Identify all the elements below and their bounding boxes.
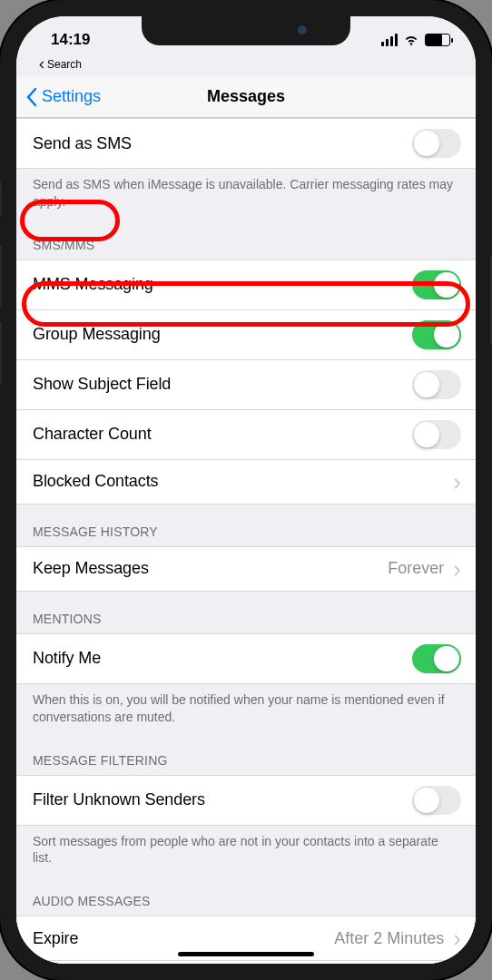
send-as-sms-label: Send as SMS	[33, 134, 132, 153]
back-button[interactable]: Settings	[25, 87, 101, 107]
audio-messages-header: AUDIO MESSAGES	[16, 874, 476, 916]
wifi-icon	[403, 34, 419, 46]
chevron-right-icon: ›	[453, 557, 461, 581]
breadcrumb-label: Search	[47, 58, 82, 71]
notch	[142, 16, 350, 45]
show-subject-toggle[interactable]	[412, 370, 461, 399]
page-title: Messages	[207, 87, 285, 106]
mms-messaging-row[interactable]: MMS Messaging	[16, 260, 476, 310]
chevron-left-icon	[38, 61, 45, 69]
sms-mms-header: SMS/MMS	[16, 218, 476, 260]
message-history-header: MESSAGE HISTORY	[16, 505, 476, 546]
nav-bar: Settings Messages	[16, 76, 476, 118]
back-label: Settings	[42, 87, 101, 106]
character-count-toggle[interactable]	[412, 420, 461, 449]
chevron-left-icon	[25, 87, 38, 107]
chevron-right-icon: ›	[453, 926, 461, 950]
home-indicator[interactable]	[178, 952, 314, 956]
notify-footer: When this is on, you will be notified wh…	[16, 684, 476, 733]
blocked-contacts-row[interactable]: Blocked Contacts ›	[16, 460, 476, 505]
blocked-contacts-label: Blocked Contacts	[33, 472, 158, 491]
filter-unknown-toggle[interactable]	[412, 786, 461, 815]
send-as-sms-row[interactable]: Send as SMS	[16, 118, 476, 169]
settings-content[interactable]: Send as SMS Send as SMS when iMessage is…	[16, 118, 476, 964]
group-messaging-row[interactable]: Group Messaging	[16, 310, 476, 360]
keep-messages-label: Keep Messages	[33, 559, 149, 578]
send-as-sms-footer: Send as SMS when iMessage is unavailable…	[16, 169, 476, 218]
screen: 14:19 Search Settings Messages Send as S…	[16, 16, 476, 964]
filter-unknown-row[interactable]: Filter Unknown Senders	[16, 775, 476, 826]
message-filtering-header: MESSAGE FILTERING	[16, 733, 476, 775]
expire-label: Expire	[33, 929, 78, 948]
battery-icon	[425, 34, 450, 46]
mms-messaging-toggle[interactable]	[412, 270, 461, 299]
status-time: 14:19	[51, 24, 123, 49]
partial-row[interactable]: .	[16, 961, 476, 964]
show-subject-label: Show Subject Field	[33, 375, 171, 394]
group-messaging-label: Group Messaging	[33, 325, 161, 344]
mms-messaging-label: MMS Messaging	[33, 275, 153, 294]
character-count-label: Character Count	[33, 425, 152, 444]
phone-frame: 14:19 Search Settings Messages Send as S…	[0, 0, 492, 980]
keep-messages-row[interactable]: Keep Messages Forever ›	[16, 546, 476, 592]
filter-footer: Sort messages from people who are not in…	[16, 826, 476, 875]
keep-messages-value: Forever	[388, 559, 444, 578]
mentions-header: MENTIONS	[16, 592, 476, 633]
notify-me-toggle[interactable]	[412, 644, 461, 673]
filter-unknown-label: Filter Unknown Senders	[33, 790, 205, 809]
group-messaging-toggle[interactable]	[412, 320, 461, 349]
chevron-right-icon: ›	[453, 470, 461, 494]
show-subject-row[interactable]: Show Subject Field	[16, 360, 476, 410]
notify-me-row[interactable]: Notify Me	[16, 633, 476, 684]
breadcrumb[interactable]: Search	[16, 56, 476, 76]
character-count-row[interactable]: Character Count	[16, 410, 476, 460]
notify-me-label: Notify Me	[33, 649, 101, 668]
send-as-sms-toggle[interactable]	[412, 129, 461, 158]
cellular-icon	[381, 34, 398, 46]
expire-value: After 2 Minutes	[334, 929, 444, 948]
